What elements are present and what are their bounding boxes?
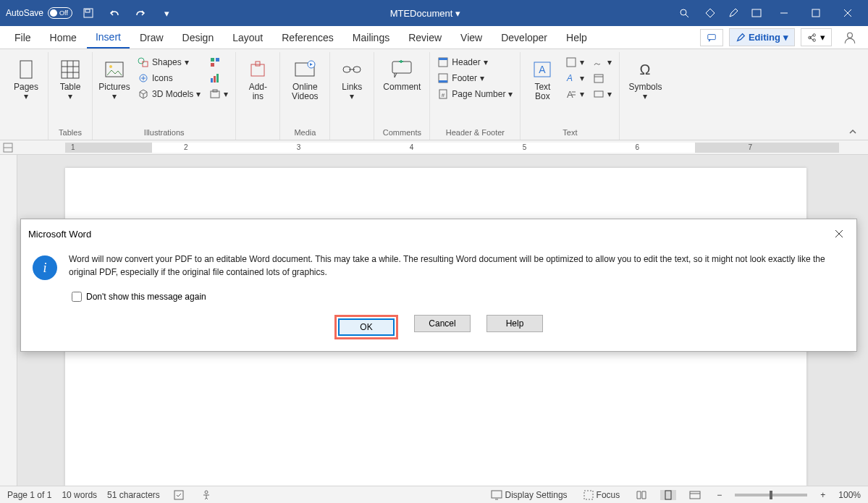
dialog-close-button[interactable] bbox=[829, 225, 849, 242]
zoom-out-button[interactable]: − bbox=[714, 490, 725, 500]
addins-button[interactable]: Add- ins bbox=[240, 55, 275, 104]
display-settings-button[interactable]: Display Settings bbox=[488, 490, 570, 500]
pictures-button[interactable]: Pictures▾ bbox=[97, 55, 132, 104]
zoom-in-button[interactable]: + bbox=[817, 490, 828, 500]
minimize-button[interactable] bbox=[770, 3, 799, 23]
spellcheck-icon[interactable] bbox=[170, 489, 187, 501]
chart-icon bbox=[209, 72, 221, 84]
ok-button[interactable]: OK bbox=[338, 318, 395, 336]
dialog-message: Word will now convert your PDF to an edi… bbox=[69, 253, 836, 280]
document-title[interactable]: MTEDocument ▾ bbox=[390, 8, 461, 19]
chart-button[interactable] bbox=[206, 71, 231, 85]
omega-icon: Ω bbox=[633, 58, 657, 81]
checkbox-input[interactable] bbox=[72, 292, 82, 302]
collapse-ribbon-icon[interactable] bbox=[842, 124, 864, 140]
page-number-button[interactable]: #Page Number ▾ bbox=[434, 87, 515, 101]
comment-button[interactable]: Comment bbox=[379, 55, 425, 95]
group-text: A Text Box ▾ A▾ A▾ ▾ ▾ Text bbox=[521, 52, 620, 140]
object-button[interactable]: ▾ bbox=[590, 87, 615, 101]
textbox-button[interactable]: A Text Box bbox=[525, 55, 560, 104]
status-chars[interactable]: 51 characters bbox=[107, 490, 160, 500]
read-mode-icon[interactable] bbox=[633, 490, 650, 500]
focus-button[interactable]: Focus bbox=[581, 490, 623, 500]
wordart-button[interactable]: A▾ bbox=[562, 71, 587, 85]
tab-help[interactable]: Help bbox=[557, 28, 596, 48]
web-layout-icon[interactable] bbox=[686, 490, 704, 500]
maximize-button[interactable] bbox=[801, 3, 830, 23]
links-button[interactable]: Links▾ bbox=[334, 55, 369, 104]
svg-rect-30 bbox=[216, 74, 219, 83]
online-videos-button[interactable]: Online Videos bbox=[285, 55, 325, 104]
statusbar: Page 1 of 1 10 words 51 characters Displ… bbox=[0, 486, 868, 503]
screenshot-button[interactable]: ▾ bbox=[206, 87, 231, 101]
qat-dropdown-icon[interactable]: ▾ bbox=[156, 3, 177, 23]
tab-design[interactable]: Design bbox=[174, 28, 223, 48]
help-button[interactable]: Help bbox=[486, 315, 543, 332]
svg-rect-70 bbox=[690, 491, 700, 499]
tab-mailings[interactable]: Mailings bbox=[344, 28, 398, 48]
symbols-button[interactable]: Ω Symbols▾ bbox=[624, 55, 666, 104]
3d-models-button[interactable]: 3D Models ▾ bbox=[135, 87, 203, 101]
svg-rect-34 bbox=[256, 62, 260, 66]
cube-icon bbox=[138, 88, 149, 100]
tab-references[interactable]: References bbox=[273, 28, 342, 48]
zoom-slider[interactable] bbox=[735, 494, 807, 496]
addins-icon bbox=[246, 58, 269, 81]
pen-icon[interactable] bbox=[723, 3, 743, 23]
print-layout-icon[interactable] bbox=[660, 490, 676, 500]
tab-file[interactable]: File bbox=[6, 28, 40, 48]
comments-button[interactable] bbox=[700, 29, 723, 46]
dropcap-button[interactable]: A▾ bbox=[562, 87, 587, 101]
tab-view[interactable]: View bbox=[452, 28, 491, 48]
accessibility-icon[interactable] bbox=[198, 489, 215, 501]
status-words[interactable]: 10 words bbox=[62, 490, 97, 500]
tab-developer[interactable]: Developer bbox=[492, 28, 556, 48]
account-icon[interactable] bbox=[838, 28, 862, 47]
ribbon-tabs: File Home Insert Draw Design Layout Refe… bbox=[0, 26, 868, 49]
tab-insert[interactable]: Insert bbox=[87, 27, 130, 48]
share-button[interactable]: ▾ bbox=[801, 28, 832, 46]
tab-layout[interactable]: Layout bbox=[224, 28, 271, 48]
quickparts-button[interactable]: ▾ bbox=[562, 55, 587, 69]
undo-icon[interactable] bbox=[104, 3, 125, 23]
editing-mode-button[interactable]: Editing▾ bbox=[729, 28, 795, 46]
svg-rect-20 bbox=[106, 62, 123, 77]
window-icon[interactable] bbox=[746, 3, 767, 23]
save-icon[interactable] bbox=[78, 3, 98, 23]
tab-review[interactable]: Review bbox=[400, 28, 450, 48]
datetime-button[interactable] bbox=[590, 71, 615, 85]
ruler-vertical[interactable] bbox=[0, 155, 17, 486]
search-icon[interactable] bbox=[674, 3, 694, 23]
svg-rect-1 bbox=[85, 9, 90, 12]
pages-button[interactable]: Pages▾ bbox=[9, 55, 43, 104]
shapes-button[interactable]: Shapes ▾ bbox=[135, 55, 203, 69]
zoom-level[interactable]: 100% bbox=[838, 490, 861, 500]
page-icon bbox=[14, 58, 38, 81]
svg-rect-29 bbox=[214, 76, 216, 83]
autosave-toggle[interactable]: AutoSave Off bbox=[6, 7, 72, 19]
diamond-icon[interactable] bbox=[700, 3, 720, 23]
cancel-button[interactable]: Cancel bbox=[414, 315, 471, 332]
redo-icon[interactable] bbox=[130, 3, 151, 23]
group-comments: Comment Comments bbox=[374, 52, 430, 140]
tab-home[interactable]: Home bbox=[41, 28, 85, 48]
pagenum-icon: # bbox=[437, 88, 449, 100]
dont-show-checkbox[interactable]: Don't show this message again bbox=[21, 289, 856, 309]
signature-button[interactable]: ▾ bbox=[590, 55, 615, 69]
tab-draw[interactable]: Draw bbox=[131, 28, 172, 48]
wordart-icon: A bbox=[565, 72, 577, 84]
icons-button[interactable]: Icons bbox=[135, 71, 203, 85]
svg-rect-46 bbox=[439, 80, 447, 83]
table-button[interactable]: Table▾ bbox=[53, 55, 88, 104]
footer-button[interactable]: Footer ▾ bbox=[434, 71, 515, 85]
smartart-button[interactable] bbox=[206, 55, 231, 69]
titlebar: AutoSave Off ▾ MTEDocument ▾ bbox=[0, 0, 868, 26]
screenshot-icon bbox=[209, 88, 221, 100]
status-page[interactable]: Page 1 of 1 bbox=[7, 490, 51, 500]
toggle-switch[interactable]: Off bbox=[48, 7, 72, 19]
header-button[interactable]: Header ▾ bbox=[434, 55, 515, 69]
ruler-horizontal[interactable]: 1234567 bbox=[0, 140, 868, 155]
group-pages: Pages▾ bbox=[4, 52, 49, 140]
close-button[interactable] bbox=[833, 3, 862, 23]
autosave-label: AutoSave bbox=[6, 8, 43, 18]
